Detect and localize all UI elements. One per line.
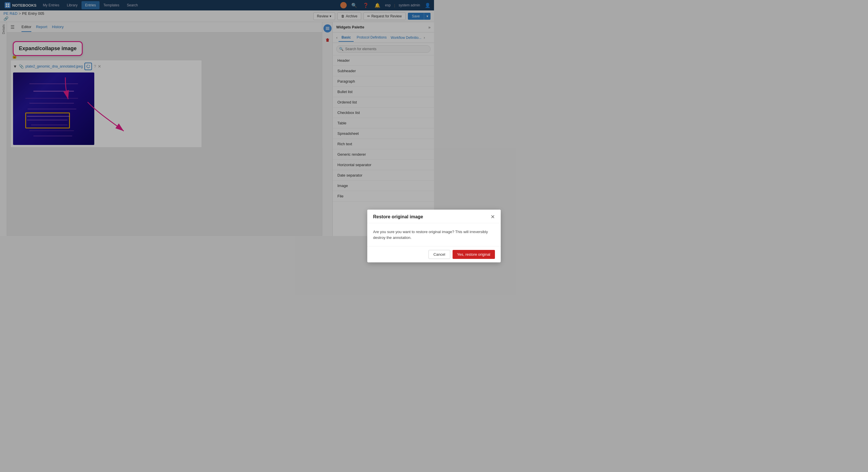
modal-overlay: Restore original image ✕ Are you sure yo… [0, 0, 434, 236]
modal-body: Are you sure you want to restore origina… [367, 223, 434, 236]
modal-title: Restore original image [373, 214, 423, 220]
modal-header: Restore original image ✕ [367, 210, 434, 223]
restore-image-modal: Restore original image ✕ Are you sure yo… [367, 210, 434, 236]
